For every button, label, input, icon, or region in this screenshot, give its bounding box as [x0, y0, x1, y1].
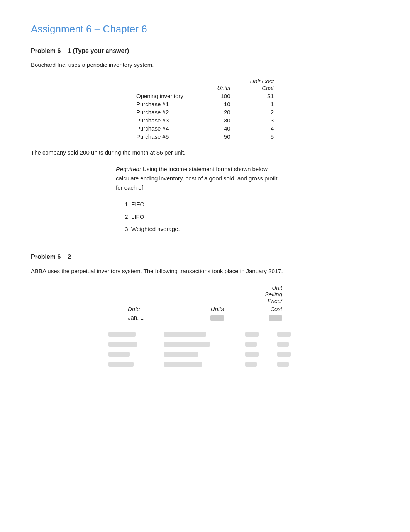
row-label: Purchase #5: [132, 133, 205, 141]
blurred-date-4: [105, 360, 160, 370]
col-label-header: [132, 77, 205, 92]
table-row: [105, 340, 305, 350]
blurred-cost-1: [273, 330, 305, 340]
required-label: Required:: [116, 166, 141, 172]
required-section: Required: Using the income statement for…: [116, 165, 278, 192]
blurred-date-2: [105, 340, 160, 350]
method-list: FIFOLIFOWeighted average.: [131, 199, 379, 235]
blurred-desc-1: [160, 330, 241, 340]
row-cost: 5: [235, 133, 278, 141]
blurred-desc-2: [160, 340, 241, 350]
blurred-date-1: [105, 330, 160, 340]
row-units: 100: [205, 92, 235, 100]
table-row: Purchase #4 40 4: [132, 124, 278, 133]
blurred-units-4: [241, 360, 273, 370]
p2-units-cell-blurred: [178, 313, 228, 322]
blurred-value: [210, 315, 224, 321]
inventory-table: Units Unit Cost Cost Opening inventory 1…: [132, 77, 278, 141]
problem-2-heading: Problem 6 – 2: [31, 253, 379, 260]
row-cost: $1: [235, 92, 278, 100]
table-row: Purchase #1 10 1: [132, 100, 278, 108]
table-row: [105, 350, 305, 360]
p2-cost-label: Cost: [228, 305, 286, 313]
table-row: Purchase #5 50 5: [132, 133, 278, 141]
table-row: Purchase #2 20 2: [132, 108, 278, 116]
page-title: Assignment 6 – Chapter 6: [31, 23, 379, 35]
row-label: Purchase #3: [132, 116, 205, 124]
row-cost: 4: [235, 124, 278, 133]
row-label: Purchase #1: [132, 100, 205, 108]
blurred-desc-4: [160, 360, 241, 370]
problem-2-section: Problem 6 – 2 ABBA uses the perpetual in…: [31, 253, 379, 370]
table-row: Purchase #3 30 3: [132, 116, 278, 124]
table-row: Jan. 1: [124, 313, 286, 322]
row-units: 50: [205, 133, 235, 141]
p2-cost-cell-blurred: [228, 313, 286, 322]
blurred-cost-3: [273, 350, 305, 360]
row-label: Purchase #4: [132, 124, 205, 133]
row-cost: 3: [235, 116, 278, 124]
row-label: Purchase #2: [132, 108, 205, 116]
problem-1-heading: Problem 6 – 1 (Type your answer): [31, 48, 379, 54]
p2-date-col-header: [124, 284, 178, 305]
table-row: [105, 330, 305, 340]
list-item: FIFO: [131, 199, 379, 210]
table-row: [105, 360, 305, 370]
row-units: 10: [205, 100, 235, 108]
problem-2-table: Unit Selling Price/ Date Units Cost Jan.…: [124, 284, 286, 322]
p2-date-cell: Jan. 1: [124, 313, 178, 322]
problem-1-description: Bouchard Inc. uses a periodic inventory …: [31, 61, 379, 70]
blurred-cost-2: [273, 340, 305, 350]
blurred-value: [269, 315, 282, 321]
row-units: 30: [205, 116, 235, 124]
row-cost: 1: [235, 100, 278, 108]
list-item: Weighted average.: [131, 223, 379, 235]
row-label: Opening inventory: [132, 92, 205, 100]
p2-units-label: Units: [178, 305, 228, 313]
row-cost: 2: [235, 108, 278, 116]
list-item: LIFO: [131, 211, 379, 223]
table-row: Opening inventory 100 $1: [132, 92, 278, 100]
blurred-units-3: [241, 350, 273, 360]
p2-cost-col-header: Unit Selling Price/: [228, 284, 286, 305]
blurred-desc-3: [160, 350, 241, 360]
row-units: 40: [205, 124, 235, 133]
p2-units-col-header: [178, 284, 228, 305]
bottom-blurred-table: [105, 330, 305, 370]
p2-date-label: Date: [124, 305, 178, 313]
row-units: 20: [205, 108, 235, 116]
blurred-units-2: [241, 340, 273, 350]
blurred-cost-4: [273, 360, 305, 370]
sold-text: The company sold 200 units during the mo…: [31, 148, 379, 157]
problem-1-section: Problem 6 – 1 (Type your answer) Bouchar…: [31, 48, 379, 235]
col-cost-header: Unit Cost Cost: [235, 77, 278, 92]
problem-2-description: ABBA uses the perpetual inventory system…: [31, 267, 379, 276]
blurred-date-3: [105, 350, 160, 360]
blurred-units-1: [241, 330, 273, 340]
col-units-header: Units: [205, 77, 235, 92]
